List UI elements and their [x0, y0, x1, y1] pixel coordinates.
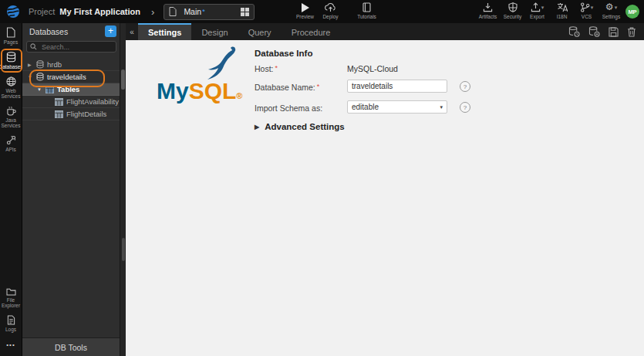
vcs-button[interactable]: ▾ VCS [577, 2, 596, 19]
page-icon [169, 7, 177, 16]
import-schema-label: Import Schema as: [255, 103, 322, 113]
rail-item-java-services[interactable]: Java Services [0, 102, 22, 131]
rail-item-databases[interactable]: Databases [0, 48, 22, 73]
project-label: Project [29, 7, 55, 16]
caret-down-icon: ▾ [591, 5, 594, 11]
book-icon [362, 2, 371, 12]
help-icon[interactable]: ? [460, 102, 470, 113]
db-tools-button[interactable]: DB Tools [22, 337, 120, 356]
database-clock-push-icon[interactable] [588, 26, 600, 37]
collapse-panel-icon[interactable]: « [126, 23, 138, 40]
left-rail: Pages Databases Web Services Java Servic… [0, 23, 22, 356]
rail-item-file-explorer[interactable]: File Explorer [0, 283, 22, 311]
database-icon [36, 60, 44, 69]
more-options-icon[interactable]: ••• [6, 335, 15, 356]
svg-text:MySQL®: MySQL® [157, 78, 242, 103]
deploy-button[interactable]: Deploy [321, 2, 340, 19]
help-icon[interactable]: ? [460, 81, 470, 92]
artifacts-button[interactable]: Artifacts [478, 2, 497, 19]
i18n-button[interactable]: I18N [552, 2, 572, 19]
export-icon [531, 2, 541, 12]
cloud-upload-icon [325, 2, 336, 12]
branch-icon [580, 2, 590, 12]
security-button[interactable]: Security [503, 2, 522, 19]
pages-grid-icon[interactable] [241, 8, 249, 16]
databases-panel: Databases + ▶ hrdb ▼ travel [22, 23, 120, 356]
gear-icon: ⚙ [605, 2, 614, 12]
mysql-logo: MySQL® [157, 45, 253, 105]
database-clock-pull-icon[interactable] [568, 26, 580, 37]
breadcrumb: Project My First Application [29, 7, 140, 16]
globe-icon [6, 76, 16, 86]
tree-item-tables[interactable]: ▼ Tables [22, 83, 120, 96]
log-file-icon [7, 315, 15, 325]
shield-icon [508, 2, 518, 12]
panel-title: Databases [29, 27, 68, 36]
rail-item-web-services[interactable]: Web Services [0, 73, 22, 102]
advanced-settings-toggle[interactable]: ▶ Advanced Settings [255, 122, 345, 131]
tree-item-flightdetails[interactable]: FlightDetails [22, 108, 120, 120]
rail-item-pages[interactable]: Pages [0, 23, 22, 48]
search-input[interactable] [40, 42, 113, 52]
app-root: Project My First Application › Main * Pr… [0, 0, 644, 356]
caret-down-icon: ▾ [615, 5, 618, 11]
preview-button[interactable]: Preview [295, 2, 315, 19]
workspace: « Settings Design Query Procedure [126, 23, 644, 356]
translate-icon [557, 2, 568, 12]
required-marker: * [317, 83, 320, 90]
export-button[interactable]: ▾ Export [528, 2, 547, 19]
host-value: MySQL-Cloud [347, 64, 398, 73]
add-database-button[interactable]: + [105, 25, 116, 37]
database-name-input[interactable] [347, 80, 447, 93]
tree-item-traveldetails[interactable]: ▼ traveldetails [22, 71, 120, 83]
database-icon [36, 73, 44, 81]
rail-item-apis[interactable]: APIs [0, 131, 22, 155]
host-label: Host:* [255, 64, 278, 73]
panel-splitter[interactable] [120, 23, 126, 356]
main-page-tab[interactable]: Main * [164, 4, 255, 20]
collapse-arrow-icon[interactable]: ▼ [28, 75, 36, 80]
splitter-handle[interactable] [122, 238, 125, 261]
caret-down-icon: ▾ [541, 5, 545, 11]
table-icon [55, 110, 63, 118]
unsaved-indicator-icon: * [202, 8, 205, 15]
scrollbar-thumb[interactable] [121, 70, 125, 90]
wavemaker-logo-icon[interactable] [6, 5, 20, 19]
chevron-right-icon: › [151, 6, 154, 18]
tab-design[interactable]: Design [191, 23, 238, 40]
topbar: Project My First Application › Main * Pr… [0, 0, 644, 23]
workspace-tabbar: « Settings Design Query Procedure [126, 23, 644, 40]
tutorials-button[interactable]: Tutorials [357, 2, 376, 19]
import-schema-select[interactable]: editable ▾ [347, 100, 447, 114]
save-icon[interactable] [609, 27, 619, 37]
expand-arrow-icon[interactable]: ▶ [28, 62, 36, 67]
settings-button[interactable]: ⚙ ▾ Settings [602, 2, 621, 19]
database-tree: ▶ hrdb ▼ traveldetails ▼ Tables [22, 59, 120, 120]
api-connector-icon [6, 135, 16, 145]
search-icon [30, 43, 37, 50]
project-name: My First Application [59, 7, 140, 16]
coffee-cup-icon [6, 106, 16, 116]
avatar[interactable]: MP [625, 5, 639, 19]
pages-icon [6, 27, 15, 38]
download-tray-icon [483, 2, 493, 12]
main-tab-label: Main [184, 7, 201, 16]
play-icon [301, 3, 309, 12]
tree-item-flightavailability[interactable]: FlightAvailability [22, 96, 120, 108]
table-icon [55, 98, 63, 106]
tab-query[interactable]: Query [238, 23, 282, 40]
rail-item-logs[interactable]: Logs [0, 311, 22, 335]
form-heading: Database Info [255, 49, 312, 58]
folder-icon [6, 287, 16, 296]
trash-icon[interactable] [627, 27, 636, 37]
tree-item-hrdb[interactable]: ▶ hrdb [22, 59, 120, 71]
settings-panel: MySQL® Database Info Host:* MySQL-Cloud … [126, 40, 644, 356]
tab-procedure[interactable]: Procedure [282, 23, 341, 40]
expand-arrow-icon: ▶ [255, 124, 259, 131]
caret-down-icon: ▾ [440, 104, 443, 110]
tab-settings[interactable]: Settings [138, 23, 191, 40]
required-marker: * [275, 64, 278, 72]
collapse-arrow-icon[interactable]: ▼ [37, 87, 46, 92]
database-search [26, 41, 116, 53]
database-icon [6, 52, 16, 63]
